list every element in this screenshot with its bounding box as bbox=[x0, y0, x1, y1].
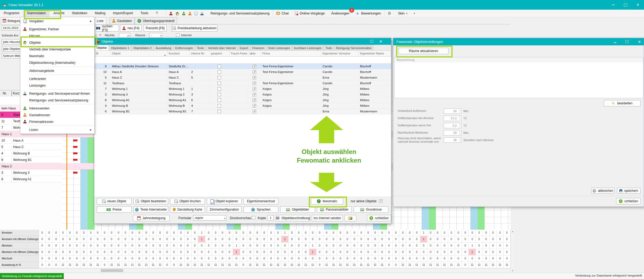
button-neues-objekt[interactable]: neues Objekt bbox=[97, 198, 132, 204]
fewomatic-maximize-button[interactable] bbox=[626, 40, 628, 44]
unchecked-checkbox[interactable] bbox=[218, 82, 221, 85]
menuitem-firmenadressen[interactable]: Firmenadressen bbox=[20, 118, 94, 125]
kopie-input[interactable]: 1 bbox=[267, 215, 274, 221]
tab-gastdaten[interactable]: Gastdaten bbox=[110, 17, 134, 24]
tab-uebertragungsprotokoll[interactable]: Übertragungsprotokoll bbox=[135, 17, 177, 24]
formular-select[interactable]: objekt▾ bbox=[193, 215, 226, 221]
column-header-traum-fewo[interactable]: Traum-Fewo bbox=[229, 51, 248, 56]
object-row-wohnung-b1[interactable]: 6Wohnung B1Wohnung B17ErnaMustermann bbox=[94, 109, 391, 114]
menuitem-eigentümer-partner[interactable]: Eigentümer, Partner bbox=[20, 26, 94, 32]
tool-owner-edit[interactable] bbox=[169, 11, 173, 15]
objekte-dialog-titlebar[interactable]: Objekte bbox=[94, 38, 391, 45]
fewomatic-schliessen-button[interactable]: schließen bbox=[616, 198, 641, 204]
tab-liste[interactable]: Liste bbox=[94, 17, 106, 24]
tool-notes[interactable] bbox=[194, 11, 197, 15]
dialog-maximize-button[interactable] bbox=[370, 40, 373, 43]
menu-tools[interactable]: Tools bbox=[137, 10, 152, 17]
button-eigentümerwechsel[interactable]: Eigentümerwechsel bbox=[244, 198, 278, 204]
scrollbar-thumb[interactable] bbox=[101, 269, 123, 272]
scroll-up-icon[interactable]: ▲ bbox=[512, 230, 514, 233]
room-row-wohnung-3[interactable]: 3Wohnung 3 bbox=[0, 170, 62, 176]
menuitem-listen[interactable]: Listen► bbox=[20, 126, 94, 133]
menuitem-reinigungs-und-serviceeinsatzplanung[interactable]: Reinigungs- und Serviceeinsatzplanung bbox=[20, 97, 94, 104]
checked-checkbox[interactable] bbox=[253, 93, 256, 96]
tool-house[interactable] bbox=[175, 11, 179, 15]
suchen-button[interactable]: suchen [F3] bbox=[96, 25, 119, 32]
checked-checkbox[interactable] bbox=[253, 76, 256, 79]
neu-button[interactable]: neu [F4] bbox=[120, 25, 142, 32]
checked-checkbox[interactable] bbox=[253, 70, 256, 74]
menu-statistiken[interactable]: Statistiken bbox=[68, 10, 91, 17]
clear-filter-icon[interactable]: ✕ bbox=[99, 34, 101, 36]
dialog-tab-texte[interactable]: Texte bbox=[195, 45, 206, 50]
tool-person-orange[interactable] bbox=[188, 11, 192, 15]
unchecked-checkbox[interactable] bbox=[218, 65, 221, 68]
fewomatic-close-button[interactable]: ✕ bbox=[638, 39, 641, 44]
menuitem-leistungen[interactable]: Leistungen bbox=[20, 82, 94, 89]
speichern-button[interactable]: speichern bbox=[617, 188, 641, 194]
menuitem-lieferanten[interactable]: Lieferanten bbox=[20, 75, 94, 82]
dialog-tab-export[interactable]: Export bbox=[238, 45, 250, 50]
dialog-tab-vertrieb-über-internet[interactable]: Vertrieb über Internet bbox=[206, 45, 237, 50]
menuitem-reinigungs-und-servicepersonal-firmen[interactable]: Reinigungs- und Servicepersonal/-firmen bbox=[20, 90, 94, 97]
fewomatic-minimize-button[interactable] bbox=[614, 40, 616, 44]
room-row-wohnung-b[interactable]: 4Wohnung B bbox=[0, 150, 62, 157]
bezeichnung-column-header[interactable]: Bezeichnung bbox=[394, 57, 643, 63]
unchecked-checkbox[interactable] bbox=[218, 93, 221, 96]
menuitem-gastadressen[interactable]: Gastadressen bbox=[20, 112, 94, 118]
menu-programm[interactable]: Programm bbox=[0, 10, 23, 17]
room-row-haus-2[interactable]: Haus 2 bbox=[0, 163, 62, 170]
dialog-tab-objektdaten-1[interactable]: Objektdaten 1 bbox=[109, 45, 131, 50]
chevron-down-icon[interactable]: ▾ bbox=[95, 34, 97, 36]
dialog-close-button[interactable]: ✕ bbox=[379, 39, 383, 44]
close-button[interactable]: ✕ bbox=[632, 0, 644, 10]
spinner-arrows-icon[interactable]: ▲▼ bbox=[459, 116, 460, 121]
horizontal-scrollbar[interactable] bbox=[0, 268, 511, 273]
menuitem-interessenten[interactable]: Interessenten bbox=[20, 105, 94, 112]
unchecked-checkbox[interactable] bbox=[218, 98, 221, 102]
object-row-altbau-stadtvilla-dresden-striesen[interactable]: 9Altbau Stadtvilla Dresden StriesenStadt… bbox=[94, 64, 391, 69]
naechte-spinner[interactable]: ▴▾ bbox=[119, 33, 130, 38]
ins-internet-senden-button[interactable]: ins Internet senden bbox=[312, 215, 343, 221]
button-texte-internetseite[interactable]: Texte Internetseite bbox=[133, 206, 168, 213]
column-header-firma[interactable]: Firma bbox=[261, 51, 321, 56]
raeume-select[interactable]: -▾ bbox=[149, 33, 162, 38]
object-row-haus-a[interactable]: 10Haus AHaus A2Test Firma EigentümerCaro… bbox=[94, 69, 391, 75]
button-preise[interactable]: Preise bbox=[97, 206, 132, 213]
kurz-column-header[interactable]: Kurz bbox=[13, 91, 20, 95]
dialog-tab-todo[interactable]: Todo bbox=[324, 45, 334, 50]
object-row-wohnung-3[interactable]: 3Wohnung 3Wohnung 33XsignsJörgMöbes bbox=[94, 92, 391, 97]
unchecked-checkbox[interactable] bbox=[218, 76, 221, 79]
korrektur-button[interactable] bbox=[345, 215, 356, 221]
column-header-id[interactable]: ID bbox=[94, 51, 111, 56]
vertical-scrollbar[interactable]: ▲▼ bbox=[511, 230, 515, 273]
dialog-tab-feste-leistungen[interactable]: feste Leistungen bbox=[267, 45, 292, 50]
button-sprachen[interactable]: Sprachen bbox=[244, 206, 278, 213]
checked-checkbox[interactable] bbox=[253, 98, 256, 102]
unchecked-checkbox[interactable] bbox=[218, 87, 221, 91]
button-grundrisse[interactable]: Grundrisse bbox=[354, 206, 388, 213]
unchecked-checkbox[interactable] bbox=[218, 104, 221, 108]
preisinfo-button[interactable]: Preisinfo [F6] bbox=[144, 25, 167, 32]
nr-column-header[interactable]: Nr. bbox=[3, 91, 7, 95]
menubar-reinigungs-und-serviceeinsatzplanung[interactable]: Reinigungs- und Serviceeinsatzplanung bbox=[207, 10, 273, 17]
objektbeschreibung-button[interactable]: Objektbeschreibung bbox=[276, 215, 310, 221]
field-spinner[interactable]: 5,0▲▼ bbox=[444, 123, 461, 128]
button-objekt-kopieren[interactable]: Objekt kopieren bbox=[207, 198, 242, 204]
checked-checkbox[interactable] bbox=[253, 87, 256, 91]
dialog-tab-entfernungen[interactable]: Entfernungen bbox=[173, 45, 195, 50]
menuitem-objektsortierung-internetseite[interactable]: Objektsortierung (Internetseite) bbox=[20, 59, 94, 66]
checked-checkbox[interactable] bbox=[253, 104, 256, 108]
spinner-arrows-icon[interactable]: ▲▼ bbox=[459, 109, 460, 113]
raeume-list[interactable] bbox=[394, 63, 643, 98]
button-darstellung-karte[interactable]: Darstellung Karte bbox=[170, 206, 205, 213]
menu-mailing[interactable]: Mailing bbox=[91, 10, 109, 17]
object-row-haus-c[interactable]: 5Haus CHaus C5ErnaMustermann bbox=[94, 75, 391, 80]
internet-checkbox[interactable] bbox=[176, 33, 179, 37]
jahresbelegung-button[interactable]: Jahresbelegung bbox=[133, 215, 170, 221]
dialog-tab-objekte[interactable]: Objekte bbox=[95, 45, 109, 50]
nur-aktive-checkbox[interactable] bbox=[379, 199, 383, 203]
menuitem-aktionsangebote[interactable]: Aktionsangebote bbox=[20, 67, 94, 74]
unchecked-checkbox[interactable] bbox=[218, 110, 221, 113]
dialog-tab-ausstattung[interactable]: Ausstattung bbox=[154, 45, 173, 50]
